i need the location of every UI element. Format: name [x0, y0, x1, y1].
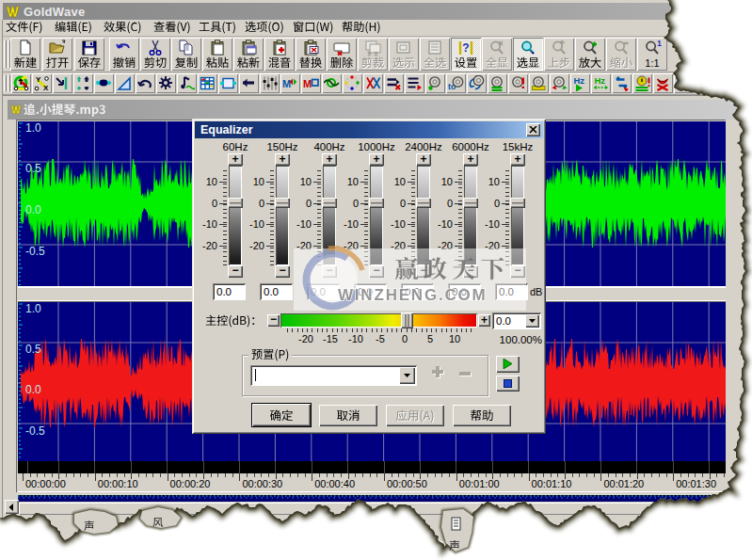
- svg-text:X: X: [43, 84, 49, 91]
- svg-text:M: M: [282, 78, 291, 89]
- svg-text:Hz: Hz: [595, 75, 606, 86]
- svg-text:Y: Y: [36, 75, 41, 84]
- svg-text:M: M: [303, 78, 312, 89]
- svg-text:?: ?: [462, 41, 469, 55]
- svg-text:1: 1: [657, 40, 662, 48]
- svg-text:Hz: Hz: [574, 75, 585, 86]
